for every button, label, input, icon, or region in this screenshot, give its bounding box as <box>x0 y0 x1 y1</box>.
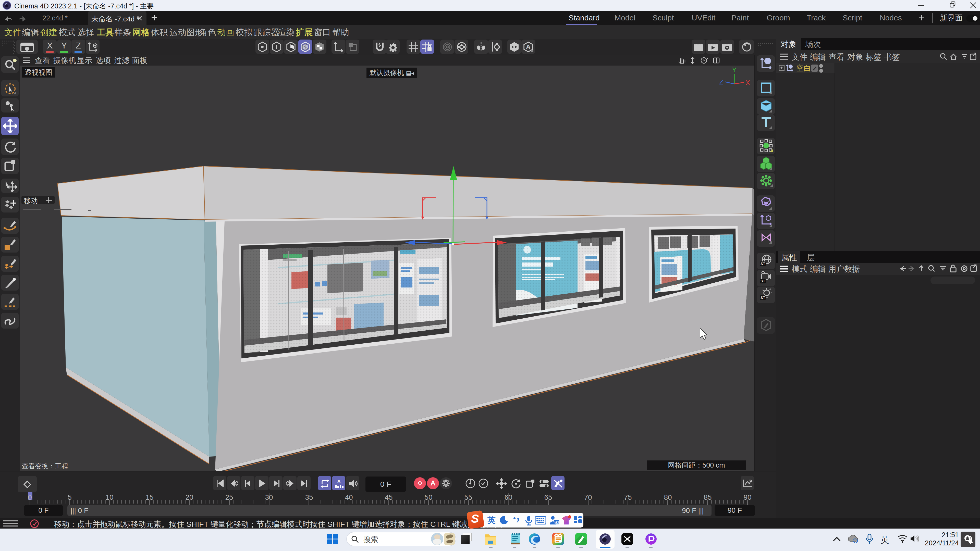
svg-text:ST: ST <box>760 295 765 300</box>
svg-text:ST: ST <box>760 262 765 266</box>
svg-text:Z: Z <box>719 78 723 86</box>
svg-text:Y: Y <box>732 66 736 74</box>
svg-text:X: X <box>746 79 750 86</box>
svg-text:ST: ST <box>760 279 765 283</box>
svg-text:A: A <box>526 43 531 51</box>
svg-text:A: A <box>337 479 341 484</box>
svg-text:27: 27 <box>555 521 558 524</box>
